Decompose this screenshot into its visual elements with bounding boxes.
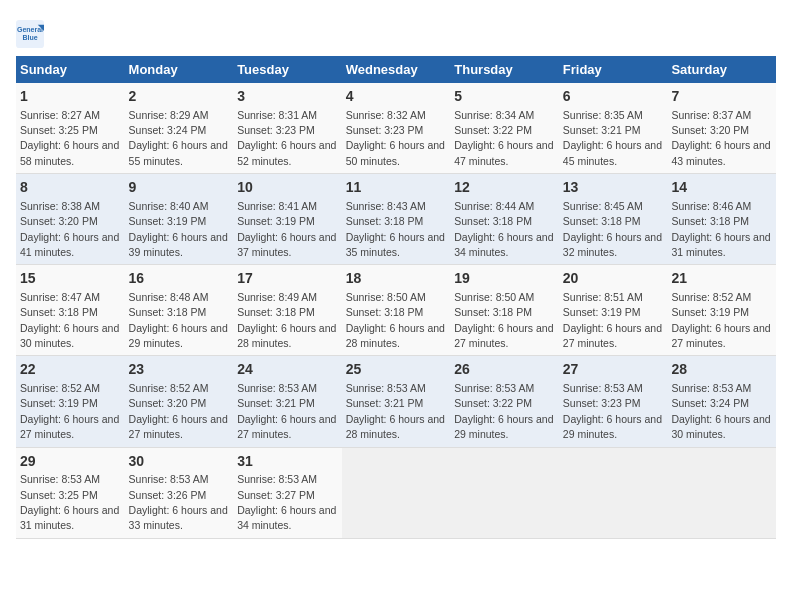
day-number: 30 bbox=[129, 452, 230, 472]
day-info: Sunrise: 8:53 AMSunset: 3:21 PMDaylight:… bbox=[237, 382, 336, 440]
weekday-header-friday: Friday bbox=[559, 56, 668, 83]
day-number: 29 bbox=[20, 452, 121, 472]
day-number: 9 bbox=[129, 178, 230, 198]
day-number: 25 bbox=[346, 360, 447, 380]
day-info: Sunrise: 8:53 AMSunset: 3:25 PMDaylight:… bbox=[20, 473, 119, 531]
weekday-header-monday: Monday bbox=[125, 56, 234, 83]
day-number: 21 bbox=[671, 269, 772, 289]
day-number: 22 bbox=[20, 360, 121, 380]
calendar-cell: 3 Sunrise: 8:31 AMSunset: 3:23 PMDayligh… bbox=[233, 83, 342, 174]
day-info: Sunrise: 8:51 AMSunset: 3:19 PMDaylight:… bbox=[563, 291, 662, 349]
day-number: 16 bbox=[129, 269, 230, 289]
calendar-cell: 14 Sunrise: 8:46 AMSunset: 3:18 PMDaylig… bbox=[667, 174, 776, 265]
calendar-cell: 11 Sunrise: 8:43 AMSunset: 3:18 PMDaylig… bbox=[342, 174, 451, 265]
day-info: Sunrise: 8:46 AMSunset: 3:18 PMDaylight:… bbox=[671, 200, 770, 258]
weekday-header-saturday: Saturday bbox=[667, 56, 776, 83]
calendar-cell: 16 Sunrise: 8:48 AMSunset: 3:18 PMDaylig… bbox=[125, 265, 234, 356]
calendar-week-row: 29 Sunrise: 8:53 AMSunset: 3:25 PMDaylig… bbox=[16, 447, 776, 538]
day-number: 31 bbox=[237, 452, 338, 472]
day-number: 8 bbox=[20, 178, 121, 198]
calendar-cell: 26 Sunrise: 8:53 AMSunset: 3:22 PMDaylig… bbox=[450, 356, 559, 447]
weekday-header-thursday: Thursday bbox=[450, 56, 559, 83]
weekday-header-row: SundayMondayTuesdayWednesdayThursdayFrid… bbox=[16, 56, 776, 83]
calendar-cell: 29 Sunrise: 8:53 AMSunset: 3:25 PMDaylig… bbox=[16, 447, 125, 538]
calendar-cell: 22 Sunrise: 8:52 AMSunset: 3:19 PMDaylig… bbox=[16, 356, 125, 447]
day-info: Sunrise: 8:34 AMSunset: 3:22 PMDaylight:… bbox=[454, 109, 553, 167]
day-number: 23 bbox=[129, 360, 230, 380]
day-info: Sunrise: 8:53 AMSunset: 3:23 PMDaylight:… bbox=[563, 382, 662, 440]
calendar-cell: 31 Sunrise: 8:53 AMSunset: 3:27 PMDaylig… bbox=[233, 447, 342, 538]
calendar-table: SundayMondayTuesdayWednesdayThursdayFrid… bbox=[16, 56, 776, 539]
calendar-cell: 7 Sunrise: 8:37 AMSunset: 3:20 PMDayligh… bbox=[667, 83, 776, 174]
day-info: Sunrise: 8:29 AMSunset: 3:24 PMDaylight:… bbox=[129, 109, 228, 167]
day-number: 4 bbox=[346, 87, 447, 107]
day-number: 6 bbox=[563, 87, 664, 107]
day-number: 15 bbox=[20, 269, 121, 289]
day-number: 26 bbox=[454, 360, 555, 380]
calendar-cell: 4 Sunrise: 8:32 AMSunset: 3:23 PMDayligh… bbox=[342, 83, 451, 174]
day-number: 12 bbox=[454, 178, 555, 198]
day-number: 19 bbox=[454, 269, 555, 289]
page-header: General Blue bbox=[16, 16, 776, 48]
day-info: Sunrise: 8:47 AMSunset: 3:18 PMDaylight:… bbox=[20, 291, 119, 349]
calendar-cell bbox=[559, 447, 668, 538]
day-number: 28 bbox=[671, 360, 772, 380]
day-info: Sunrise: 8:37 AMSunset: 3:20 PMDaylight:… bbox=[671, 109, 770, 167]
day-number: 24 bbox=[237, 360, 338, 380]
calendar-cell bbox=[342, 447, 451, 538]
calendar-cell: 13 Sunrise: 8:45 AMSunset: 3:18 PMDaylig… bbox=[559, 174, 668, 265]
calendar-cell: 6 Sunrise: 8:35 AMSunset: 3:21 PMDayligh… bbox=[559, 83, 668, 174]
day-info: Sunrise: 8:40 AMSunset: 3:19 PMDaylight:… bbox=[129, 200, 228, 258]
day-number: 3 bbox=[237, 87, 338, 107]
calendar-cell: 12 Sunrise: 8:44 AMSunset: 3:18 PMDaylig… bbox=[450, 174, 559, 265]
day-info: Sunrise: 8:53 AMSunset: 3:21 PMDaylight:… bbox=[346, 382, 445, 440]
day-info: Sunrise: 8:50 AMSunset: 3:18 PMDaylight:… bbox=[454, 291, 553, 349]
calendar-cell: 24 Sunrise: 8:53 AMSunset: 3:21 PMDaylig… bbox=[233, 356, 342, 447]
day-info: Sunrise: 8:31 AMSunset: 3:23 PMDaylight:… bbox=[237, 109, 336, 167]
day-info: Sunrise: 8:53 AMSunset: 3:22 PMDaylight:… bbox=[454, 382, 553, 440]
day-info: Sunrise: 8:50 AMSunset: 3:18 PMDaylight:… bbox=[346, 291, 445, 349]
day-info: Sunrise: 8:52 AMSunset: 3:20 PMDaylight:… bbox=[129, 382, 228, 440]
day-info: Sunrise: 8:43 AMSunset: 3:18 PMDaylight:… bbox=[346, 200, 445, 258]
calendar-cell: 27 Sunrise: 8:53 AMSunset: 3:23 PMDaylig… bbox=[559, 356, 668, 447]
calendar-cell: 28 Sunrise: 8:53 AMSunset: 3:24 PMDaylig… bbox=[667, 356, 776, 447]
day-number: 20 bbox=[563, 269, 664, 289]
day-info: Sunrise: 8:41 AMSunset: 3:19 PMDaylight:… bbox=[237, 200, 336, 258]
day-number: 5 bbox=[454, 87, 555, 107]
svg-text:Blue: Blue bbox=[22, 34, 37, 41]
calendar-cell: 19 Sunrise: 8:50 AMSunset: 3:18 PMDaylig… bbox=[450, 265, 559, 356]
weekday-header-tuesday: Tuesday bbox=[233, 56, 342, 83]
calendar-cell: 15 Sunrise: 8:47 AMSunset: 3:18 PMDaylig… bbox=[16, 265, 125, 356]
day-info: Sunrise: 8:35 AMSunset: 3:21 PMDaylight:… bbox=[563, 109, 662, 167]
day-number: 18 bbox=[346, 269, 447, 289]
calendar-week-row: 8 Sunrise: 8:38 AMSunset: 3:20 PMDayligh… bbox=[16, 174, 776, 265]
day-number: 13 bbox=[563, 178, 664, 198]
day-info: Sunrise: 8:45 AMSunset: 3:18 PMDaylight:… bbox=[563, 200, 662, 258]
day-info: Sunrise: 8:53 AMSunset: 3:24 PMDaylight:… bbox=[671, 382, 770, 440]
calendar-cell: 1 Sunrise: 8:27 AMSunset: 3:25 PMDayligh… bbox=[16, 83, 125, 174]
calendar-week-row: 15 Sunrise: 8:47 AMSunset: 3:18 PMDaylig… bbox=[16, 265, 776, 356]
calendar-cell: 21 Sunrise: 8:52 AMSunset: 3:19 PMDaylig… bbox=[667, 265, 776, 356]
weekday-header-wednesday: Wednesday bbox=[342, 56, 451, 83]
day-info: Sunrise: 8:44 AMSunset: 3:18 PMDaylight:… bbox=[454, 200, 553, 258]
calendar-cell: 8 Sunrise: 8:38 AMSunset: 3:20 PMDayligh… bbox=[16, 174, 125, 265]
day-number: 11 bbox=[346, 178, 447, 198]
day-number: 14 bbox=[671, 178, 772, 198]
calendar-cell bbox=[450, 447, 559, 538]
calendar-cell: 17 Sunrise: 8:49 AMSunset: 3:18 PMDaylig… bbox=[233, 265, 342, 356]
calendar-cell: 9 Sunrise: 8:40 AMSunset: 3:19 PMDayligh… bbox=[125, 174, 234, 265]
calendar-cell: 23 Sunrise: 8:52 AMSunset: 3:20 PMDaylig… bbox=[125, 356, 234, 447]
calendar-cell: 2 Sunrise: 8:29 AMSunset: 3:24 PMDayligh… bbox=[125, 83, 234, 174]
calendar-cell: 25 Sunrise: 8:53 AMSunset: 3:21 PMDaylig… bbox=[342, 356, 451, 447]
calendar-cell: 30 Sunrise: 8:53 AMSunset: 3:26 PMDaylig… bbox=[125, 447, 234, 538]
day-info: Sunrise: 8:49 AMSunset: 3:18 PMDaylight:… bbox=[237, 291, 336, 349]
calendar-cell: 5 Sunrise: 8:34 AMSunset: 3:22 PMDayligh… bbox=[450, 83, 559, 174]
svg-text:General: General bbox=[17, 26, 43, 33]
day-number: 2 bbox=[129, 87, 230, 107]
calendar-cell bbox=[667, 447, 776, 538]
day-info: Sunrise: 8:52 AMSunset: 3:19 PMDaylight:… bbox=[671, 291, 770, 349]
logo: General Blue bbox=[16, 20, 48, 48]
day-info: Sunrise: 8:53 AMSunset: 3:26 PMDaylight:… bbox=[129, 473, 228, 531]
calendar-cell: 20 Sunrise: 8:51 AMSunset: 3:19 PMDaylig… bbox=[559, 265, 668, 356]
calendar-week-row: 22 Sunrise: 8:52 AMSunset: 3:19 PMDaylig… bbox=[16, 356, 776, 447]
